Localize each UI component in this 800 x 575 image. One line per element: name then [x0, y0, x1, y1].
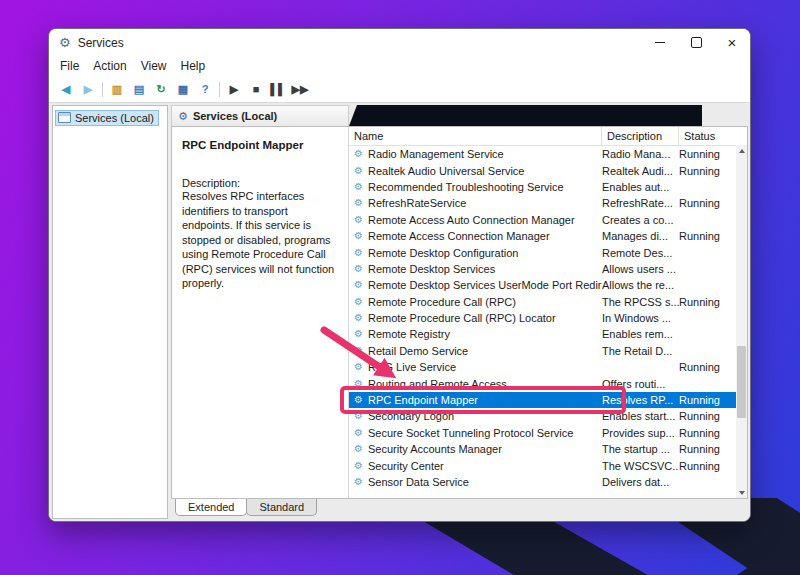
table-row[interactable]: ⚙Security Accounts ManagerThe startup ..… — [349, 441, 736, 457]
minimize-icon — [655, 42, 665, 43]
tab-standard[interactable]: Standard — [246, 499, 317, 516]
service-gear-icon: ⚙ — [354, 215, 363, 225]
table-row[interactable]: ⚙Secure Socket Tunneling Protocol Servic… — [349, 425, 736, 441]
refresh-button[interactable]: ↻ — [150, 79, 172, 100]
service-description: Remote Des... — [602, 247, 679, 259]
show-hide-tree-button[interactable]: ▥ — [106, 79, 128, 100]
service-name: Secondary Logon — [368, 410, 454, 422]
service-name: Remote Desktop Services — [368, 263, 495, 275]
scroll-down-button[interactable] — [736, 487, 747, 498]
services-header-icon: ⚙ — [178, 111, 188, 122]
properties-button[interactable]: ▦ — [172, 79, 194, 100]
back-button[interactable]: ◀ — [55, 79, 77, 100]
menu-bar: FileActionViewHelp — [49, 56, 750, 76]
service-description: Resolves RP... — [602, 394, 679, 406]
service-status: Running — [679, 394, 736, 406]
table-row[interactable]: ⚙Realtek Audio Universal ServiceRealtek … — [349, 162, 736, 178]
start-service-button[interactable]: ▶ — [223, 79, 245, 100]
scroll-up-button[interactable] — [736, 145, 747, 156]
table-row[interactable]: ⚙Remote Desktop ConfigurationRemote Des.… — [349, 244, 736, 260]
service-status: Running — [679, 460, 736, 472]
table-row[interactable]: ⚙Sensor Data ServiceDelivers dat... — [349, 474, 736, 490]
table-row[interactable]: ⚙Remote Access Auto Connection ManagerCr… — [349, 212, 736, 228]
service-gear-icon: ⚙ — [354, 329, 363, 339]
service-description: The RPCSS s... — [602, 296, 679, 308]
content-header-label: Services (Local) — [193, 110, 277, 122]
service-description: The startup ... — [602, 443, 679, 455]
table-row[interactable]: ⚙Radio Management ServiceRadio Mana...Ru… — [349, 146, 736, 162]
table-row[interactable]: ⚙Retail Demo ServiceThe Retail D... — [349, 343, 736, 359]
tree-item-services-local[interactable]: Services (Local) — [55, 110, 159, 126]
service-gear-icon: ⚙ — [354, 313, 363, 323]
service-description: In Windows ... — [602, 312, 679, 324]
table-row[interactable]: ⚙ROG Live ServiceRunning — [349, 359, 736, 375]
service-gear-icon: ⚙ — [354, 149, 363, 159]
table-row[interactable]: ⚙Remote Desktop Services UserMode Port R… — [349, 277, 736, 293]
service-gear-icon: ⚙ — [354, 346, 363, 356]
table-row[interactable]: ⚙RPC Endpoint MapperResolves RP...Runnin… — [349, 392, 736, 408]
service-gear-icon: ⚙ — [354, 264, 363, 274]
table-row[interactable]: ⚙RefreshRateServiceRefreshRate...Running — [349, 195, 736, 211]
service-name: Remote Procedure Call (RPC) Locator — [368, 312, 556, 324]
close-button[interactable]: × — [714, 29, 750, 56]
export-list-button[interactable]: ▤ — [128, 79, 150, 100]
description-pane: RPC Endpoint Mapper Description: Resolve… — [172, 127, 349, 498]
table-row[interactable]: ⚙Secondary LogonEnables start...Running — [349, 408, 736, 424]
menu-file[interactable]: File — [53, 57, 86, 75]
toolbar-separator — [219, 82, 220, 97]
description-label: Description: — [182, 177, 338, 189]
tab-strip: ExtendedStandard — [171, 499, 748, 519]
forward-button[interactable]: ▶ — [77, 79, 99, 100]
service-name: Realtek Audio Universal Service — [368, 165, 525, 177]
title-bar: ⚙ Services × — [49, 29, 750, 56]
menu-action[interactable]: Action — [86, 57, 133, 75]
restart-service-button[interactable]: ▶▶ — [289, 79, 311, 100]
table-row[interactable]: ⚙Remote Procedure Call (RPC)The RPCSS s.… — [349, 294, 736, 310]
table-row[interactable]: ⚙Remote RegistryEnables rem... — [349, 326, 736, 342]
service-description: Delivers dat... — [602, 476, 679, 488]
table-row[interactable]: ⚙Remote Access Connection ManagerManages… — [349, 228, 736, 244]
pause-service-button[interactable]: ▌▌ — [267, 79, 289, 100]
column-header-status[interactable]: Status — [679, 127, 736, 145]
services-window: ⚙ Services × FileActionViewHelp ◀▶▥▤↻▦?▶… — [48, 28, 751, 522]
stop-service-button[interactable]: ■ — [245, 79, 267, 100]
menu-view[interactable]: View — [134, 57, 174, 75]
export-list-icon: ▤ — [134, 84, 144, 95]
service-description: Enables rem... — [602, 328, 679, 340]
service-gear-icon: ⚙ — [354, 198, 363, 208]
service-name: Retail Demo Service — [368, 345, 468, 357]
service-name: RPC Endpoint Mapper — [368, 394, 478, 406]
maximize-button[interactable] — [678, 29, 714, 56]
column-header-description[interactable]: Description — [602, 127, 679, 145]
service-status: Running — [679, 148, 736, 160]
scrollbar-thumb[interactable] — [737, 346, 746, 418]
service-status: Running — [679, 165, 736, 177]
help-button[interactable]: ? — [194, 79, 216, 100]
table-row[interactable]: ⚙Recommended Troubleshooting ServiceEnab… — [349, 179, 736, 195]
refresh-icon: ↻ — [156, 84, 165, 95]
service-description: Allows users ... — [602, 263, 679, 275]
service-gear-icon: ⚙ — [354, 166, 363, 176]
vertical-scrollbar[interactable] — [736, 145, 747, 498]
tab-extended[interactable]: Extended — [175, 499, 247, 516]
service-gear-icon: ⚙ — [354, 297, 363, 307]
content-header-row: ⚙ Services (Local) — [171, 105, 748, 126]
toolbar: ◀▶▥▤↻▦?▶■▌▌▶▶ — [49, 76, 750, 103]
table-row[interactable]: ⚙Remote Desktop ServicesAllows users ... — [349, 261, 736, 277]
service-gear-icon: ⚙ — [354, 362, 363, 372]
service-description: RefreshRate... — [602, 197, 679, 209]
service-name: Remote Desktop Configuration — [368, 247, 518, 259]
menu-help[interactable]: Help — [174, 57, 213, 75]
table-row[interactable]: ⚙Security CenterThe WSCSVC...Running — [349, 457, 736, 473]
maximize-icon — [691, 37, 702, 48]
service-gear-icon: ⚙ — [354, 231, 363, 241]
service-description: Radio Mana... — [602, 148, 679, 160]
column-header-name[interactable]: Name — [349, 127, 602, 145]
services-app-icon: ⚙ — [59, 36, 71, 49]
close-icon: × — [728, 35, 737, 50]
table-row[interactable]: ⚙Routing and Remote AccessOffers routi..… — [349, 375, 736, 391]
minimize-button[interactable] — [642, 29, 678, 56]
background-chevron-decoration — [418, 518, 653, 575]
table-row[interactable]: ⚙Remote Procedure Call (RPC) LocatorIn W… — [349, 310, 736, 326]
service-gear-icon: ⚙ — [354, 280, 363, 290]
